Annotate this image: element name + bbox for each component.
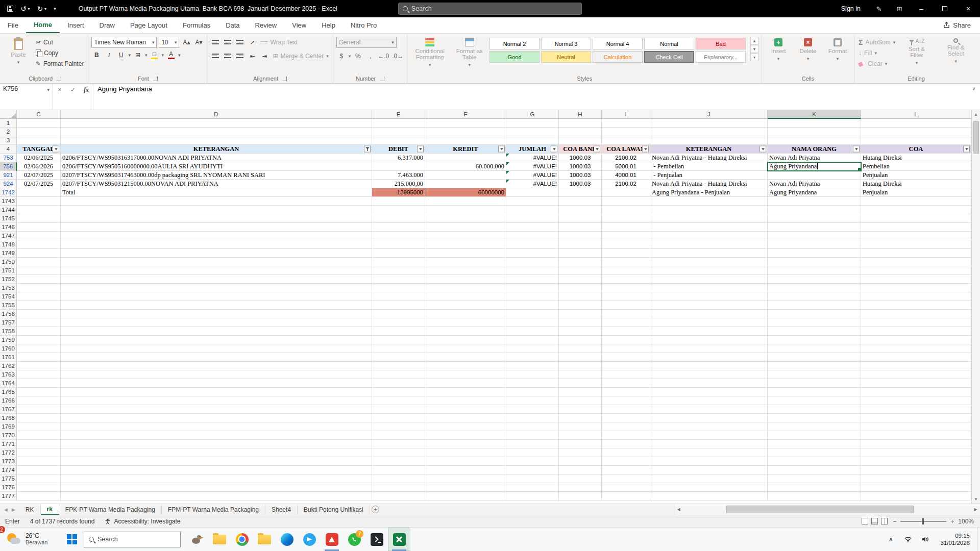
cell-F1758[interactable]: [425, 327, 506, 336]
style-normal[interactable]: Normal: [644, 38, 694, 49]
cell-G1775[interactable]: [506, 474, 559, 483]
cell-J1762[interactable]: [650, 362, 768, 370]
style-check-cell[interactable]: Check Cell: [644, 51, 694, 63]
cell-G1758[interactable]: [506, 327, 559, 336]
cell-F1765[interactable]: [425, 388, 506, 396]
row-header-1745[interactable]: 1745: [0, 214, 17, 223]
cell-L1774[interactable]: [861, 466, 971, 474]
cell-G1759[interactable]: [506, 336, 559, 344]
taskbar-search-input[interactable]: [97, 536, 176, 543]
gallery-down-icon[interactable]: ▼: [750, 45, 758, 53]
cell-L1[interactable]: [861, 119, 971, 128]
cell-E3[interactable]: [372, 136, 425, 145]
clock[interactable]: 09:15 31/01/2026: [935, 532, 975, 546]
cell-F2[interactable]: [425, 128, 506, 136]
cell-F1772[interactable]: [425, 448, 506, 457]
customize-quick-access-icon[interactable]: ▾: [54, 6, 56, 11]
cell-I1752[interactable]: [602, 275, 650, 284]
cell-H1763[interactable]: [559, 370, 602, 379]
enter-icon[interactable]: ✓: [66, 85, 80, 95]
cell-H1759[interactable]: [559, 336, 602, 344]
cell-L1753[interactable]: [861, 284, 971, 292]
cell-E4[interactable]: DEBIT: [372, 145, 425, 154]
cell-C1763[interactable]: [17, 370, 61, 379]
cell-J1747[interactable]: [650, 232, 768, 240]
cell-D1754[interactable]: [61, 292, 372, 301]
cell-E1754[interactable]: [372, 292, 425, 301]
cell-J921[interactable]: - Penjualan: [650, 171, 768, 180]
cell-F1748[interactable]: [425, 240, 506, 249]
cell-C1745[interactable]: [17, 214, 61, 223]
cell-C4[interactable]: TANGGAL: [17, 145, 61, 154]
cell-D1771[interactable]: [61, 440, 372, 448]
pen-icon[interactable]: ✎: [869, 0, 889, 17]
cell-D1773[interactable]: [61, 457, 372, 466]
cell-E1742[interactable]: 13995000: [372, 188, 425, 197]
row-header-753[interactable]: 753: [0, 154, 17, 162]
row-header-1759[interactable]: 1759: [0, 336, 17, 344]
zoom-slider-thumb[interactable]: [922, 518, 924, 524]
cell-H1757[interactable]: [559, 318, 602, 327]
cell-H1771[interactable]: [559, 440, 602, 448]
cell-K1764[interactable]: [768, 379, 861, 388]
column-header-L[interactable]: L: [861, 110, 971, 119]
clear-button[interactable]: Clear▾: [857, 58, 896, 69]
cell-L1756[interactable]: [861, 310, 971, 318]
nitro-icon[interactable]: [321, 528, 343, 551]
cell-D921[interactable]: 0207/FTSCY/WS950317463000.00dp packaging…: [61, 171, 372, 180]
cell-D1764[interactable]: [61, 379, 372, 388]
cell-J756[interactable]: - Pembelian: [650, 162, 768, 171]
cancel-icon[interactable]: ×: [53, 85, 66, 95]
row-header-1758[interactable]: 1758: [0, 327, 17, 336]
cell-F921[interactable]: [425, 171, 506, 180]
cell-G1754[interactable]: [506, 292, 559, 301]
cell-C1746[interactable]: [17, 223, 61, 232]
copy-button[interactable]: Copy: [35, 47, 85, 58]
cell-K1768[interactable]: [768, 414, 861, 422]
row-header-1776[interactable]: 1776: [0, 483, 17, 492]
cell-C1772[interactable]: [17, 448, 61, 457]
cell-C1742[interactable]: [17, 188, 61, 197]
decrease-font-icon[interactable]: A▾: [193, 37, 204, 47]
cell-H1742[interactable]: [559, 188, 602, 197]
cell-L1744[interactable]: [861, 206, 971, 214]
cell-I1757[interactable]: [602, 318, 650, 327]
cell-K1774[interactable]: [768, 466, 861, 474]
row-header-1743[interactable]: 1743: [0, 197, 17, 206]
cell-G1742[interactable]: [506, 188, 559, 197]
cell-G1755[interactable]: [506, 301, 559, 310]
cell-H1746[interactable]: [559, 223, 602, 232]
cell-F756[interactable]: 60.000.000: [425, 162, 506, 171]
cell-K1758[interactable]: [768, 327, 861, 336]
cell-I1775[interactable]: [602, 474, 650, 483]
cell-E1770[interactable]: [372, 431, 425, 440]
cell-E1774[interactable]: [372, 466, 425, 474]
filter-button-E[interactable]: [417, 146, 424, 153]
cell-G1760[interactable]: [506, 344, 559, 353]
cell-H1760[interactable]: [559, 344, 602, 353]
sheet-tab-fpk-pt-warna-media-packaging[interactable]: FPK-PT Warna Media Packaging: [59, 504, 162, 515]
name-box-caret-icon[interactable]: ▾: [47, 87, 50, 92]
page-break-view-icon[interactable]: [881, 518, 888, 524]
row-header-1755[interactable]: 1755: [0, 301, 17, 310]
cell-K1755[interactable]: [768, 301, 861, 310]
volume-icon[interactable]: [918, 528, 933, 551]
cell-L1768[interactable]: [861, 414, 971, 422]
cell-E1757[interactable]: [372, 318, 425, 327]
cell-I1760[interactable]: [602, 344, 650, 353]
cell-J1774[interactable]: [650, 466, 768, 474]
row-header-1757[interactable]: 1757: [0, 318, 17, 327]
cell-L1742[interactable]: Penjualan: [861, 188, 971, 197]
cell-K1754[interactable]: [768, 292, 861, 301]
cell-C1773[interactable]: [17, 457, 61, 466]
cell-L1745[interactable]: [861, 214, 971, 223]
cell-F1774[interactable]: [425, 466, 506, 474]
title-search-input[interactable]: [411, 5, 577, 12]
cell-I2[interactable]: [602, 128, 650, 136]
row-header-1775[interactable]: 1775: [0, 474, 17, 483]
decrease-decimal-icon[interactable]: .0→: [391, 51, 404, 61]
row-header-1[interactable]: 1: [0, 119, 17, 128]
tab-home[interactable]: Home: [26, 17, 60, 33]
cell-D1752[interactable]: [61, 275, 372, 284]
cell-D1757[interactable]: [61, 318, 372, 327]
